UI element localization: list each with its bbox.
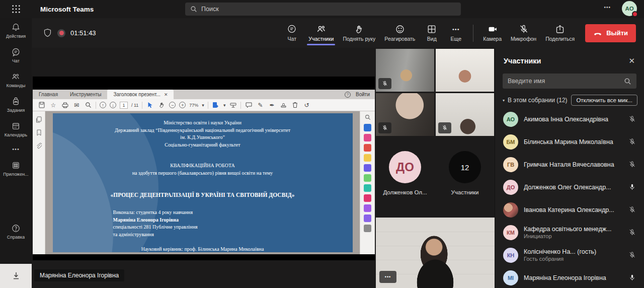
zoom-caret-icon[interactable]: ▾ — [202, 103, 204, 108]
participants-button[interactable]: Участники — [304, 21, 338, 45]
page-down-icon[interactable]: ↓ — [110, 102, 116, 108]
section-chevron-icon[interactable]: ▾ — [503, 98, 505, 103]
participant-row[interactable]: ГВ Гримчак Наталя Вячеславовна — [495, 153, 644, 176]
delete-tool-icon[interactable] — [291, 101, 299, 109]
participant-row[interactable]: ДО Долженков Олег Олександр... — [495, 176, 644, 198]
mute-all-button[interactable]: Отключить все мик... — [571, 95, 637, 106]
more-tools-icon[interactable] — [364, 225, 371, 232]
save-file-icon[interactable] — [38, 101, 46, 109]
pdf-tab-home[interactable]: Главная — [33, 90, 64, 99]
mic-active-icon[interactable] — [628, 183, 636, 191]
sidebar-item-assignments[interactable]: Задания — [0, 92, 32, 117]
create-pdf-tool-icon[interactable] — [364, 144, 371, 152]
toolbar-divider — [473, 25, 473, 42]
sidebar-item-calendar[interactable]: Календарь — [0, 117, 32, 141]
sidebar-item-help[interactable]: Справка — [0, 219, 32, 244]
protect-tool-icon[interactable] — [364, 204, 371, 212]
sidebar-item-teams[interactable]: Команды — [0, 67, 32, 92]
raise-hand-button[interactable]: Поднять руку — [338, 21, 380, 45]
search-tool-icon[interactable] — [364, 113, 372, 121]
participant-row[interactable]: БМ Білинська Марина Миколаївна — [495, 130, 644, 153]
pdf-tab-document[interactable]: Заголовок презент... ✕ — [107, 90, 174, 99]
zoom-out-icon[interactable]: − — [169, 102, 176, 108]
chat-button[interactable]: Чат — [280, 21, 304, 45]
stamp-tool-icon[interactable] — [279, 101, 287, 109]
search-input[interactable] — [201, 6, 456, 13]
page-up-icon[interactable]: ↑ — [100, 102, 106, 108]
pdf-help-icon[interactable]: ? — [345, 92, 351, 98]
mic-muted-icon[interactable] — [628, 138, 636, 146]
sidebar-item-more[interactable]: ••• — [0, 141, 32, 156]
mic-muted-icon[interactable] — [628, 161, 636, 168]
sign-tool-icon[interactable]: ✒ — [268, 101, 276, 109]
measure-tool-icon[interactable] — [229, 101, 237, 109]
view-button[interactable]: Вид — [420, 21, 444, 45]
participant-search-box[interactable] — [503, 74, 636, 89]
pdf-tab-tools[interactable]: Инструменты — [64, 90, 107, 99]
bookmarks-icon[interactable] — [35, 128, 43, 136]
find-icon[interactable] — [84, 101, 92, 109]
page-thumbnails-icon[interactable] — [35, 115, 43, 123]
camera-button[interactable]: Камера — [478, 21, 506, 45]
participant-video[interactable] — [376, 49, 434, 92]
undo-icon[interactable]: ↺ — [302, 101, 310, 109]
react-button[interactable]: Реагировать — [380, 21, 420, 45]
participant-row[interactable]: АО Акимова Інна Олександрівна — [495, 108, 644, 130]
mic-muted-icon[interactable] — [628, 206, 636, 213]
export-caret-icon[interactable]: ▾ — [223, 103, 226, 108]
attachments-icon[interactable] — [35, 141, 43, 150]
sidebar-item-chat[interactable]: Чат — [0, 43, 32, 67]
export-pdf-icon[interactable] — [212, 101, 220, 109]
export-pdf-tool-icon[interactable] — [364, 124, 371, 131]
participant-row[interactable]: Іванова Катерина Олександр... — [495, 198, 644, 221]
mic-muted-badge — [378, 122, 391, 133]
pencil-tool-icon[interactable]: ✎ — [256, 101, 264, 109]
mic-muted-icon[interactable] — [628, 229, 636, 236]
app-launcher-button[interactable] — [0, 5, 32, 14]
participant-search-input[interactable] — [508, 78, 624, 85]
leave-button[interactable]: Выйти — [585, 24, 636, 42]
participant-avatar-tile[interactable]: ДО Долженков Ол... — [376, 139, 434, 207]
search-box[interactable] — [185, 3, 461, 16]
participant-row[interactable]: КМ Кафедра освітнього менедж... Инициато… — [495, 221, 644, 244]
participant-video[interactable] — [436, 93, 494, 136]
zoom-level-dropdown[interactable]: 77% — [189, 103, 198, 108]
organize-pages-tool-icon[interactable] — [364, 174, 371, 182]
combine-files-tool-icon[interactable] — [364, 164, 371, 172]
download-desktop-app-button[interactable] — [0, 264, 32, 288]
participant-video[interactable] — [376, 93, 434, 136]
close-panel-icon[interactable]: ✕ — [628, 56, 635, 65]
mic-muted-icon[interactable] — [628, 115, 636, 123]
page-number-input[interactable]: 1 — [120, 102, 128, 109]
participant-row[interactable]: КН Колісніченко На... (гость) Гость собр… — [495, 244, 644, 266]
mic-active-icon[interactable] — [628, 274, 636, 281]
tab-close-icon[interactable]: ✕ — [164, 92, 168, 97]
fill-sign-tool-icon[interactable] — [364, 194, 371, 202]
more-actions-button[interactable]: ••• Еще — [444, 21, 468, 45]
participants-count-tile[interactable]: 12 Участники — [436, 139, 494, 207]
topbar-more-button[interactable]: ••• — [604, 5, 611, 10]
profile-avatar[interactable]: AO — [622, 1, 637, 16]
hand-tool-icon[interactable] — [157, 101, 166, 109]
pdf-page-canvas[interactable]: Міністерство освіти і науки України Держ… — [45, 111, 360, 254]
sidebar-item-activity[interactable]: Действия — [0, 18, 32, 43]
email-icon[interactable]: ✉ — [72, 101, 80, 109]
pdf-sign-in-link[interactable]: Войти — [356, 92, 370, 97]
share-button[interactable]: Поделиться — [541, 21, 579, 45]
sign-pen-tool-icon[interactable] — [364, 214, 371, 222]
edit-pdf-tool-icon[interactable] — [364, 134, 371, 141]
presenter-video[interactable]: ••• — [376, 218, 495, 288]
participant-row[interactable]: МІ Маряніна Елеонора Ігорівна — [495, 266, 644, 288]
participant-video[interactable] — [436, 49, 494, 92]
star-icon[interactable]: ☆ — [49, 101, 57, 109]
zoom-in-icon[interactable]: + — [179, 102, 186, 108]
select-cursor-icon[interactable] — [146, 101, 154, 109]
compress-pdf-tool-icon[interactable] — [364, 184, 371, 192]
sidebar-item-apps[interactable]: Приложен... — [0, 156, 32, 181]
microphone-button[interactable]: Микрофон — [506, 21, 541, 45]
print-icon[interactable] — [61, 101, 69, 109]
mic-muted-icon[interactable] — [628, 251, 636, 259]
video-more-button[interactable]: ••• — [379, 271, 396, 283]
comment-tool-icon[interactable] — [245, 101, 253, 109]
comment-panel-tool-icon[interactable] — [364, 154, 371, 162]
